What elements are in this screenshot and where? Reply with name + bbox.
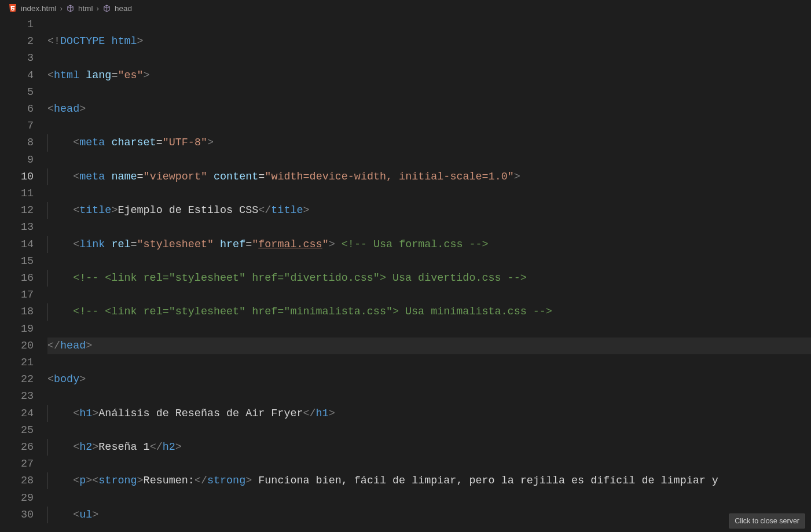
code-line[interactable]: <h1>Análisis de Reseñas de Air Fryer</h1…: [47, 405, 811, 422]
chevron-right-icon: ›: [60, 4, 63, 13]
line-number: 15: [0, 253, 34, 270]
code-line[interactable]: <!-- <link rel="stylesheet" href="minima…: [47, 303, 811, 320]
line-number: 2: [0, 33, 34, 50]
line-number-current: 10: [0, 168, 34, 185]
server-tooltip[interactable]: Click to close server: [729, 513, 805, 529]
breadcrumb-seg-1[interactable]: html: [78, 4, 93, 13]
line-number: 17: [0, 287, 34, 303]
line-number: 8: [0, 134, 34, 151]
line-number: 22: [0, 371, 34, 388]
line-number: 29: [0, 490, 34, 507]
line-gutter: 1 2 3 4 5 6 7 8 9 10 11 12 13 14 15 16 1…: [0, 16, 47, 532]
line-number: 26: [0, 439, 34, 456]
line-number: 19: [0, 321, 34, 337]
line-number: 24: [0, 405, 34, 422]
breadcrumb[interactable]: index.html › html › head: [0, 0, 811, 16]
line-number: 16: [0, 270, 34, 287]
code-line[interactable]: <p><strong>Resumen:</strong> Funciona bi…: [47, 472, 811, 489]
line-number: 23: [0, 388, 34, 405]
line-number: 1: [0, 16, 34, 33]
code-line[interactable]: <title>Ejemplo de Estilos CSS</title>: [47, 202, 811, 219]
code-editor[interactable]: 1 2 3 4 5 6 7 8 9 10 11 12 13 14 15 16 1…: [0, 16, 811, 532]
code-line-current[interactable]: </head>: [47, 337, 811, 354]
code-line[interactable]: <ul>: [47, 507, 811, 523]
line-number: 3: [0, 50, 34, 67]
code-line[interactable]: <meta charset="UTF-8">: [47, 134, 811, 151]
line-number: 28: [0, 472, 34, 489]
code-line[interactable]: <h2>Reseña 1</h2>: [47, 439, 811, 456]
breadcrumb-file[interactable]: index.html: [21, 4, 57, 13]
code-line[interactable]: <html lang="es">: [47, 67, 811, 84]
line-number: 14: [0, 236, 34, 253]
code-line[interactable]: <!-- <link rel="stylesheet" href="divert…: [47, 270, 811, 287]
line-number: 13: [0, 219, 34, 236]
line-number: 20: [0, 337, 34, 354]
line-number: 21: [0, 354, 34, 371]
code-line[interactable]: <head>: [47, 101, 811, 118]
chevron-right-icon: ›: [97, 4, 100, 13]
code-content[interactable]: <!DOCTYPE html> <html lang="es"> <head> …: [47, 16, 811, 532]
line-number: 4: [0, 67, 34, 84]
line-number: 7: [0, 118, 34, 134]
line-number: 27: [0, 456, 34, 472]
code-line[interactable]: <meta name="viewport" content="width=dev…: [47, 168, 811, 185]
line-number: 30: [0, 507, 34, 523]
line-number: 6: [0, 101, 34, 118]
code-line[interactable]: <!DOCTYPE html>: [47, 33, 811, 50]
line-number: 12: [0, 202, 34, 219]
breadcrumb-seg-2[interactable]: head: [115, 4, 132, 13]
html5-icon: [8, 3, 17, 13]
cube-icon: [102, 4, 111, 13]
line-number: 18: [0, 303, 34, 320]
line-number: 5: [0, 84, 34, 101]
cube-icon: [66, 4, 75, 13]
line-number: 9: [0, 152, 34, 168]
code-line[interactable]: <body>: [47, 371, 811, 388]
code-line[interactable]: <link rel="stylesheet" href="formal.css"…: [47, 236, 811, 253]
line-number: 11: [0, 185, 34, 202]
line-number: 25: [0, 422, 34, 439]
